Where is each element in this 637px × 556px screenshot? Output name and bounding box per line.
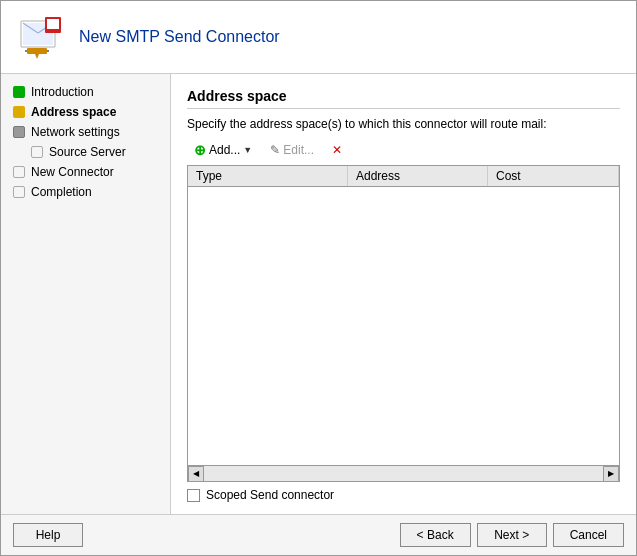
svg-rect-5 <box>47 19 59 29</box>
main-content: Address space Specify the address space(… <box>171 74 636 514</box>
col-header-cost: Cost <box>488 166 619 186</box>
sidebar-dot-introduction <box>13 86 25 98</box>
footer-right: < Back Next > Cancel <box>400 523 624 547</box>
add-button[interactable]: ⊕ Add... ▼ <box>187 139 259 161</box>
col-header-type: Type <box>188 166 348 186</box>
col-header-address: Address <box>348 166 488 186</box>
edit-button[interactable]: ✎ Edit... <box>263 140 321 160</box>
sidebar-label-new-connector: New Connector <box>31 165 114 179</box>
svg-marker-7 <box>35 54 39 59</box>
sidebar-item-network-settings[interactable]: Network settings <box>1 122 170 142</box>
table-body[interactable] <box>188 187 619 465</box>
sidebar-dot-network-settings <box>13 126 25 138</box>
sidebar-dot-source-server <box>31 146 43 158</box>
delete-icon: ✕ <box>332 143 342 157</box>
toolbar: ⊕ Add... ▼ ✎ Edit... ✕ <box>187 139 620 161</box>
sidebar-dot-new-connector <box>13 166 25 178</box>
scroll-track[interactable] <box>204 466 603 481</box>
sidebar-item-source-server[interactable]: Source Server <box>1 142 170 162</box>
table-header: Type Address Cost <box>188 166 619 187</box>
edit-icon: ✎ <box>270 143 280 157</box>
add-icon: ⊕ <box>194 142 206 158</box>
scoped-row: Scoped Send connector <box>187 482 620 506</box>
footer-left: Help <box>13 523 83 547</box>
header-icon <box>17 13 65 61</box>
help-button[interactable]: Help <box>13 523 83 547</box>
sidebar-label-network-settings: Network settings <box>31 125 120 139</box>
next-button[interactable]: Next > <box>477 523 547 547</box>
scoped-checkbox[interactable] <box>187 489 200 502</box>
edit-label: Edit... <box>283 143 314 157</box>
cancel-button[interactable]: Cancel <box>553 523 624 547</box>
sidebar-label-address-space: Address space <box>31 105 116 119</box>
description-text: Specify the address space(s) to which th… <box>187 117 620 131</box>
add-label: Add... <box>209 143 240 157</box>
scroll-right-button[interactable]: ▶ <box>603 466 619 482</box>
sidebar-dot-address-space <box>13 106 25 118</box>
svg-rect-6 <box>27 48 47 54</box>
delete-button[interactable]: ✕ <box>325 140 349 160</box>
dialog: New SMTP Send Connector Introduction Add… <box>0 0 637 556</box>
sidebar-label-completion: Completion <box>31 185 92 199</box>
dialog-body: Introduction Address space Network setti… <box>1 74 636 514</box>
sidebar: Introduction Address space Network setti… <box>1 74 171 514</box>
footer: Help < Back Next > Cancel <box>1 514 636 555</box>
back-button[interactable]: < Back <box>400 523 471 547</box>
dialog-title: New SMTP Send Connector <box>79 28 280 46</box>
sidebar-item-address-space[interactable]: Address space <box>1 102 170 122</box>
section-title: Address space <box>187 88 620 109</box>
dialog-header: New SMTP Send Connector <box>1 1 636 74</box>
sidebar-item-new-connector[interactable]: New Connector <box>1 162 170 182</box>
horizontal-scrollbar[interactable]: ◀ ▶ <box>188 465 619 481</box>
scroll-left-button[interactable]: ◀ <box>188 466 204 482</box>
address-table: Type Address Cost ◀ ▶ <box>187 165 620 482</box>
sidebar-item-introduction[interactable]: Introduction <box>1 82 170 102</box>
add-dropdown-arrow: ▼ <box>243 145 252 155</box>
sidebar-dot-completion <box>13 186 25 198</box>
scoped-label: Scoped Send connector <box>206 488 334 502</box>
sidebar-label-introduction: Introduction <box>31 85 94 99</box>
sidebar-item-completion[interactable]: Completion <box>1 182 170 202</box>
sidebar-label-source-server: Source Server <box>49 145 126 159</box>
